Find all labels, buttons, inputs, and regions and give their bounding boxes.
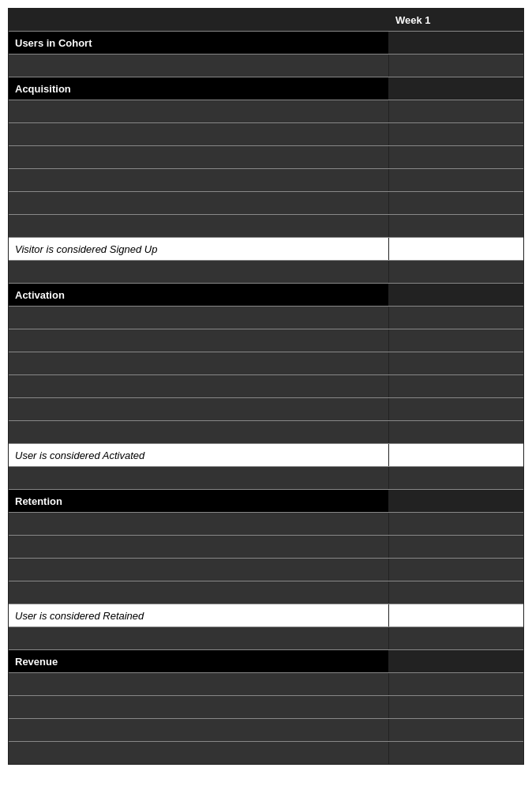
row-value-col: [389, 192, 523, 214]
row-value-col: [389, 77, 523, 100]
table-row: [9, 398, 523, 421]
row-value-col: [389, 284, 523, 306]
table-row: [9, 627, 523, 650]
table-row: Retention: [9, 490, 523, 513]
table-row: Users in Cohort: [9, 32, 523, 55]
table-row: Acquisition: [9, 77, 523, 100]
table-row: [9, 673, 523, 696]
row-value-col: [389, 398, 523, 420]
table-row: Revenue: [9, 650, 523, 673]
row-value-col: [389, 32, 523, 54]
row-value-col: [389, 100, 523, 122]
row-value-col: [389, 421, 523, 443]
row-label-text: Retention: [15, 495, 62, 507]
table-row: [9, 513, 523, 536]
row-label-col: Acquisition: [9, 77, 389, 100]
table-row: [9, 215, 523, 238]
row-label-col: [9, 696, 389, 718]
table-row: [9, 261, 523, 284]
main-table: Week 1 Users in CohortAcquisitionVisitor…: [8, 8, 524, 765]
row-label-text: Visitor is considered Signed Up: [15, 243, 157, 255]
row-label-col: [9, 581, 389, 604]
header-week1-col: Week 1: [389, 9, 523, 31]
row-value-col: [389, 536, 523, 558]
row-label-col: [9, 719, 389, 741]
row-label-col: [9, 375, 389, 397]
row-value-col: [389, 650, 523, 672]
table-row: [9, 536, 523, 559]
row-value-col: [389, 673, 523, 695]
row-value-col: [389, 329, 523, 352]
row-label-col: [9, 421, 389, 443]
row-value-col: [389, 146, 523, 168]
row-label-text: User is considered Activated: [15, 450, 144, 461]
table-row: [9, 559, 523, 581]
row-label-col: [9, 169, 389, 191]
row-value-col: [389, 215, 523, 237]
row-label-col: User is considered Retained: [9, 604, 389, 627]
row-value-col: [389, 169, 523, 191]
table-row: [9, 421, 523, 444]
row-label-col: [9, 673, 389, 695]
table-row: User is considered Activated: [9, 444, 523, 467]
table-row: [9, 329, 523, 352]
row-label-col: [9, 559, 389, 581]
row-value-col: [389, 55, 523, 77]
table-row: [9, 123, 523, 146]
row-value-col: [389, 307, 523, 329]
row-label-col: Retention: [9, 490, 389, 512]
row-label-col: Visitor is considered Signed Up: [9, 238, 389, 260]
row-label-text: Users in Cohort: [15, 37, 92, 49]
row-value-col: [389, 513, 523, 535]
row-label-col: [9, 146, 389, 168]
row-label-col: [9, 742, 389, 764]
row-value-col: [389, 559, 523, 581]
row-value-col: [389, 123, 523, 145]
row-value-col: [389, 627, 523, 649]
row-value-col: [389, 719, 523, 741]
row-label-col: [9, 352, 389, 374]
table-row: Activation: [9, 284, 523, 307]
row-label-col: Activation: [9, 284, 389, 306]
row-value-col: [389, 444, 523, 466]
row-label-col: [9, 123, 389, 145]
row-label-text: User is considered Retained: [15, 610, 144, 622]
row-value-col: [389, 696, 523, 718]
table-row: [9, 169, 523, 192]
row-label-text: Acquisition: [15, 83, 71, 95]
row-label-col: [9, 329, 389, 352]
table-row: [9, 719, 523, 742]
row-value-col: [389, 490, 523, 512]
table-row: Visitor is considered Signed Up: [9, 238, 523, 261]
row-label-col: Revenue: [9, 650, 389, 672]
row-label-col: [9, 55, 389, 77]
table-row: [9, 467, 523, 490]
row-value-col: [389, 604, 523, 627]
row-value-col: [389, 742, 523, 764]
table-row: [9, 742, 523, 764]
row-label-col: [9, 215, 389, 237]
row-value-col: [389, 581, 523, 604]
row-value-col: [389, 352, 523, 374]
table-header-row: Week 1: [9, 9, 523, 32]
table-row: [9, 55, 523, 77]
header-label-col: [9, 9, 389, 31]
table-row: [9, 375, 523, 398]
row-label-col: [9, 398, 389, 420]
header-week1-text: Week 1: [395, 14, 431, 26]
row-label-col: Users in Cohort: [9, 32, 389, 54]
table-row: [9, 100, 523, 123]
table-row: [9, 307, 523, 329]
row-value-col: [389, 467, 523, 489]
row-label-col: [9, 261, 389, 283]
row-label-col: [9, 467, 389, 489]
row-value-col: [389, 375, 523, 397]
row-label-col: [9, 192, 389, 214]
row-label-col: User is considered Activated: [9, 444, 389, 466]
table-row: User is considered Retained: [9, 604, 523, 627]
row-label-col: [9, 307, 389, 329]
row-value-col: [389, 238, 523, 260]
row-label-text: Revenue: [15, 656, 58, 668]
row-label-col: [9, 536, 389, 558]
table-row: [9, 192, 523, 215]
